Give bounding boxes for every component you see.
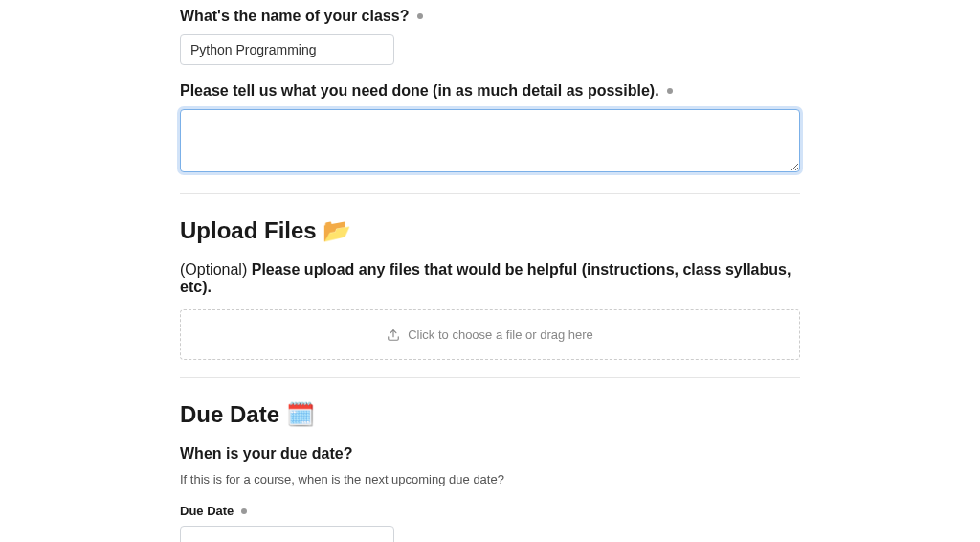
upload-instruction-text: Please upload any files that would be he…: [180, 261, 791, 295]
due-date-field: Due Date: [180, 504, 800, 542]
details-label: Please tell us what you need done (in as…: [180, 82, 800, 100]
due-date-label: Due Date: [180, 504, 800, 518]
section-divider: [180, 193, 800, 194]
required-indicator: [241, 508, 247, 514]
dropzone-text: Click to choose a file or drag here: [408, 327, 593, 342]
upload-optional-text: (Optional): [180, 261, 252, 278]
upload-heading: Upload Files 📂: [180, 217, 800, 244]
required-indicator: [417, 13, 423, 19]
due-date-label-text: Due Date: [180, 504, 234, 518]
due-date-input[interactable]: [180, 526, 394, 542]
due-date-question: When is your due date?: [180, 445, 800, 463]
details-label-text: Please tell us what you need done (in as…: [180, 82, 659, 99]
required-indicator: [667, 88, 673, 94]
class-name-label: What's the name of your class?: [180, 8, 800, 25]
file-dropzone[interactable]: Click to choose a file or drag here: [180, 309, 800, 360]
details-field: Please tell us what you need done (in as…: [180, 82, 800, 176]
class-name-label-text: What's the name of your class?: [180, 8, 409, 24]
details-textarea[interactable]: [180, 109, 800, 172]
upload-icon: [387, 328, 400, 342]
class-name-field: What's the name of your class?: [180, 8, 800, 65]
due-date-helper: If this is for a course, when is the nex…: [180, 472, 800, 486]
section-divider: [180, 377, 800, 378]
class-name-input[interactable]: [180, 34, 394, 65]
due-date-heading: Due Date 🗓️: [180, 401, 800, 428]
upload-instruction: (Optional) Please upload any files that …: [180, 261, 800, 296]
